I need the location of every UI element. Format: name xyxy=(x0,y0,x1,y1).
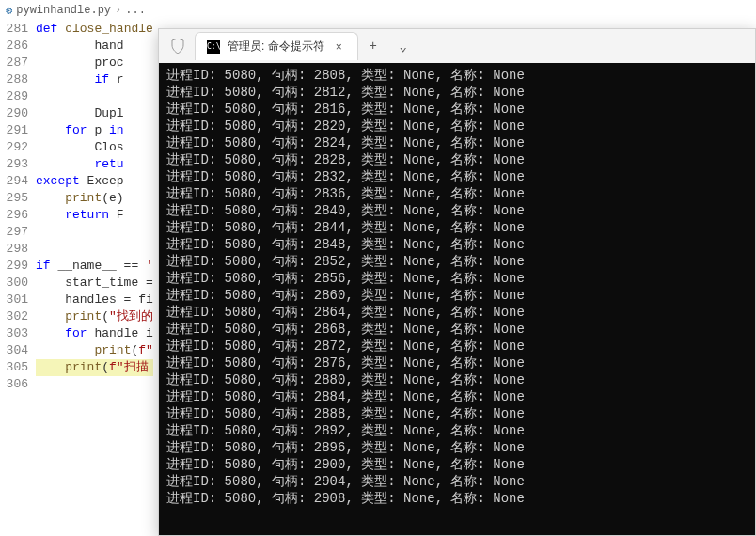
line-number: 287 xyxy=(0,55,28,71)
close-icon[interactable]: × xyxy=(332,40,346,54)
line-number: 289 xyxy=(0,88,28,105)
code-line[interactable]: start_time = xyxy=(36,275,153,292)
code-line[interactable]: if r xyxy=(36,71,153,88)
python-file-icon: ⚙ xyxy=(6,4,12,18)
code-line[interactable]: for handle i xyxy=(36,325,153,342)
line-number: 306 xyxy=(0,376,28,393)
line-number: 300 xyxy=(0,275,28,292)
line-number: 304 xyxy=(0,342,28,359)
terminal-titlebar[interactable]: C:\ 管理员: 命令提示符 × + ⌄ xyxy=(159,29,755,63)
breadcrumb-rest: ... xyxy=(125,4,146,17)
new-tab-button[interactable]: + xyxy=(358,32,388,60)
line-number: 288 xyxy=(0,71,28,88)
code-line[interactable]: print("找到的 xyxy=(36,308,153,325)
line-number: 294 xyxy=(0,173,28,190)
shield-icon xyxy=(165,32,191,60)
terminal-window[interactable]: C:\ 管理员: 命令提示符 × + ⌄ 进程ID: 5080, 句柄: 280… xyxy=(158,28,756,536)
code-line[interactable]: def close_handle xyxy=(36,21,153,38)
line-number: 305 xyxy=(0,359,28,376)
line-number: 302 xyxy=(0,308,28,325)
line-number: 296 xyxy=(0,207,28,224)
code-line[interactable]: hand xyxy=(36,38,153,55)
code-line[interactable]: retu xyxy=(36,156,153,173)
code-line[interactable]: handles = fi xyxy=(36,292,153,308)
code-line[interactable] xyxy=(36,224,153,241)
line-number: 292 xyxy=(0,139,28,156)
line-number: 299 xyxy=(0,258,28,275)
code-line[interactable]: if __name__ == ' xyxy=(36,258,153,275)
line-number: 303 xyxy=(0,325,28,342)
cmd-icon: C:\ xyxy=(207,40,220,54)
code-line[interactable]: Clos xyxy=(36,139,153,156)
terminal-tab-title: 管理员: 命令提示符 xyxy=(228,39,324,55)
line-number: 290 xyxy=(0,105,28,122)
chevron-right-icon: › xyxy=(115,4,121,17)
breadcrumb[interactable]: ⚙ pywinhandle.py › ... xyxy=(0,0,756,21)
code-area[interactable]: def close_handle hand proc if r Dupl for… xyxy=(36,21,153,393)
code-line[interactable]: proc xyxy=(36,55,153,71)
line-number: 286 xyxy=(0,38,28,55)
line-number: 293 xyxy=(0,156,28,173)
line-number: 295 xyxy=(0,190,28,207)
code-line[interactable]: Dupl xyxy=(36,105,153,122)
breadcrumb-file: pywinhandle.py xyxy=(16,4,111,17)
line-number: 301 xyxy=(0,292,28,308)
terminal-tab[interactable]: C:\ 管理员: 命令提示符 × xyxy=(195,32,358,60)
code-line[interactable]: print(f" xyxy=(36,342,153,359)
code-line[interactable]: print(f"扫描 xyxy=(36,359,153,376)
code-line[interactable] xyxy=(36,241,153,258)
line-number: 291 xyxy=(0,122,28,139)
line-number-gutter: 2812862872882892902912922932942952962972… xyxy=(0,21,36,393)
code-line[interactable]: except Excep xyxy=(36,173,153,190)
code-line[interactable] xyxy=(36,88,153,105)
line-number: 298 xyxy=(0,241,28,258)
line-number: 281 xyxy=(0,21,28,38)
line-number: 297 xyxy=(0,224,28,241)
code-line[interactable]: print(e) xyxy=(36,190,153,207)
code-line[interactable]: return F xyxy=(36,207,153,224)
terminal-output[interactable]: 进程ID: 5080, 句柄: 2808, 类型: None, 名称: None… xyxy=(159,63,755,535)
code-line[interactable]: for p in xyxy=(36,122,153,139)
tab-dropdown-button[interactable]: ⌄ xyxy=(388,32,418,60)
